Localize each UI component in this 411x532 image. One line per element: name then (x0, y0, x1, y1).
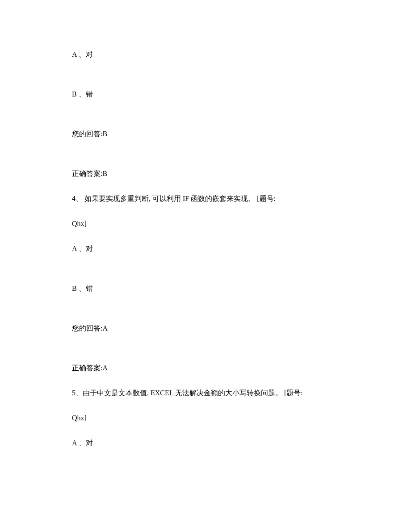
question-id: Qhx] (72, 220, 87, 227)
option-b: B 、错 (72, 283, 349, 294)
question-5-line1: 5、由于中文是文本数值, EXCEL 无法解决金额的大小写转换问题。 [题号: (72, 388, 349, 398)
option-text: A 、对 (72, 245, 93, 252)
option-text: A 、对 (72, 50, 93, 58)
answer-text: 正确答案:B (72, 170, 107, 177)
question-id: Qhx] (72, 414, 87, 422)
option-text: B 、错 (72, 285, 93, 292)
option-text: B 、错 (72, 90, 93, 98)
your-answer: 您的回答:B (72, 129, 349, 139)
correct-answer: 正确答案:A (72, 363, 349, 373)
document-content: A 、对 B 、错 您的回答:B 正确答案:B 4、 如果要实现多重判断, 可以… (72, 49, 349, 478)
answer-text: 您的回答:B (72, 130, 107, 138)
option-a: A 、对 (72, 243, 349, 254)
option-b: B 、错 (72, 89, 349, 100)
question-4-line2: Qhx] (72, 218, 349, 229)
option-a: A 、对 (72, 49, 349, 60)
question-5-line2: Qhx] (72, 413, 349, 423)
option-text: A 、对 (72, 439, 93, 447)
question-text: 5、由于中文是文本数值, EXCEL 无法解决金额的大小写转换问题。 [题号: (72, 389, 303, 397)
answer-text: 正确答案:A (72, 364, 108, 372)
question-text: 4、 如果要实现多重判断, 可以利用 IF 函数的嵌套来实现。 [题号: (72, 195, 276, 202)
correct-answer: 正确答案:B (72, 168, 349, 179)
answer-text: 您的回答:A (72, 324, 108, 332)
option-a: A 、对 (72, 438, 349, 448)
your-answer: 您的回答:A (72, 323, 349, 334)
question-4-line1: 4、 如果要实现多重判断, 可以利用 IF 函数的嵌套来实现。 [题号: (72, 193, 349, 204)
